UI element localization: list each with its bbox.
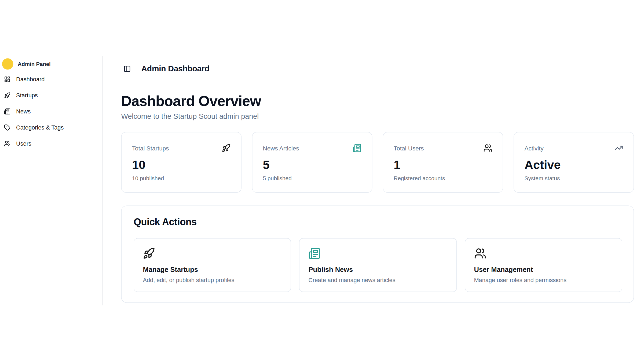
brand-logo-circle bbox=[2, 58, 13, 70]
stat-value: 5 bbox=[263, 158, 362, 172]
stat-card-header: Total Users bbox=[394, 144, 492, 153]
newspaper-icon bbox=[308, 248, 320, 260]
sidebar-nav: Dashboard Startups News Categories & Tag… bbox=[2, 71, 99, 152]
page-title: Admin Dashboard bbox=[141, 64, 210, 73]
stat-card-news-articles: News Articles 5 5 published bbox=[252, 132, 372, 193]
users-icon bbox=[484, 144, 492, 153]
main-area: Admin Dashboard Dashboard Overview Welco… bbox=[103, 56, 644, 305]
stat-subtext: Registered accounts bbox=[394, 175, 492, 181]
users-icon bbox=[474, 248, 486, 260]
layout-dashboard-icon bbox=[4, 76, 10, 83]
newspaper-icon bbox=[4, 108, 10, 115]
stat-value: 10 bbox=[132, 158, 231, 172]
quick-actions-panel: Quick Actions Manage Startups Add, edit,… bbox=[121, 206, 634, 303]
stat-value: Active bbox=[525, 158, 623, 172]
stat-subtext: 5 published bbox=[263, 175, 362, 181]
action-title: User Management bbox=[474, 266, 613, 274]
sidebar: Admin Panel Dashboard Startups News Cat bbox=[0, 56, 103, 305]
action-card-user-management[interactable]: User Management Manage user roles and pe… bbox=[465, 238, 622, 292]
stat-card-header: Activity bbox=[525, 144, 623, 153]
tag-icon bbox=[4, 124, 10, 131]
sidebar-item-label: Dashboard bbox=[16, 76, 45, 83]
stat-card-total-startups: Total Startups 10 10 published bbox=[121, 132, 242, 193]
sidebar-item-news[interactable]: News bbox=[2, 104, 99, 120]
sidebar-item-label: Categories & Tags bbox=[16, 124, 64, 131]
sidebar-toggle-button[interactable] bbox=[124, 65, 131, 72]
sidebar-item-dashboard[interactable]: Dashboard bbox=[2, 71, 99, 87]
sidebar-item-users[interactable]: Users bbox=[2, 136, 99, 152]
stat-card-header: Total Startups bbox=[132, 144, 231, 153]
stat-subtext: System status bbox=[525, 175, 623, 181]
brand-label: Admin Panel bbox=[18, 61, 51, 67]
action-description: Create and manage news articles bbox=[308, 277, 447, 283]
rocket-icon bbox=[143, 248, 155, 260]
rocket-icon bbox=[4, 92, 10, 99]
stat-label: Total Startups bbox=[132, 145, 169, 152]
newspaper-icon bbox=[353, 144, 361, 153]
trending-up-icon bbox=[614, 144, 623, 153]
stat-card-header: News Articles bbox=[263, 144, 362, 153]
rocket-icon bbox=[222, 144, 231, 153]
sidebar-item-categories-tags[interactable]: Categories & Tags bbox=[2, 120, 99, 136]
quick-actions-grid: Manage Startups Add, edit, or publish st… bbox=[134, 238, 622, 292]
stat-card-total-users: Total Users 1 Registered accounts bbox=[383, 132, 503, 193]
panel-left-icon bbox=[124, 65, 131, 72]
stats-row: Total Startups 10 10 published News Arti… bbox=[121, 132, 634, 193]
overview-title: Dashboard Overview bbox=[121, 93, 634, 109]
action-description: Add, edit, or publish startup profiles bbox=[143, 277, 282, 283]
stat-label: News Articles bbox=[263, 145, 299, 152]
app-root: Admin Panel Dashboard Startups News Cat bbox=[0, 0, 644, 362]
stat-value: 1 bbox=[394, 158, 492, 172]
sidebar-item-label: Startups bbox=[16, 92, 38, 99]
quick-actions-title: Quick Actions bbox=[134, 216, 622, 228]
sidebar-item-label: News bbox=[16, 108, 31, 115]
stat-card-activity: Activity Active System status bbox=[514, 132, 634, 193]
action-title: Manage Startups bbox=[143, 266, 282, 274]
action-description: Manage user roles and permissions bbox=[474, 277, 613, 283]
sidebar-item-label: Users bbox=[16, 141, 31, 147]
admin-app: Admin Panel Dashboard Startups News Cat bbox=[0, 56, 644, 305]
action-title: Publish News bbox=[308, 266, 447, 274]
stat-label: Total Users bbox=[394, 145, 424, 152]
sidebar-item-startups[interactable]: Startups bbox=[2, 87, 99, 104]
action-card-manage-startups[interactable]: Manage Startups Add, edit, or publish st… bbox=[134, 238, 291, 292]
sidebar-brand[interactable]: Admin Panel bbox=[2, 58, 99, 70]
dashboard-content: Dashboard Overview Welcome to the Startu… bbox=[103, 81, 644, 303]
stat-subtext: 10 published bbox=[132, 175, 231, 181]
overview-subtitle: Welcome to the Startup Scout admin panel bbox=[121, 112, 634, 121]
topbar: Admin Dashboard bbox=[103, 56, 644, 81]
action-card-publish-news[interactable]: Publish News Create and manage news arti… bbox=[299, 238, 457, 292]
users-icon bbox=[4, 141, 10, 147]
stat-label: Activity bbox=[525, 145, 544, 152]
